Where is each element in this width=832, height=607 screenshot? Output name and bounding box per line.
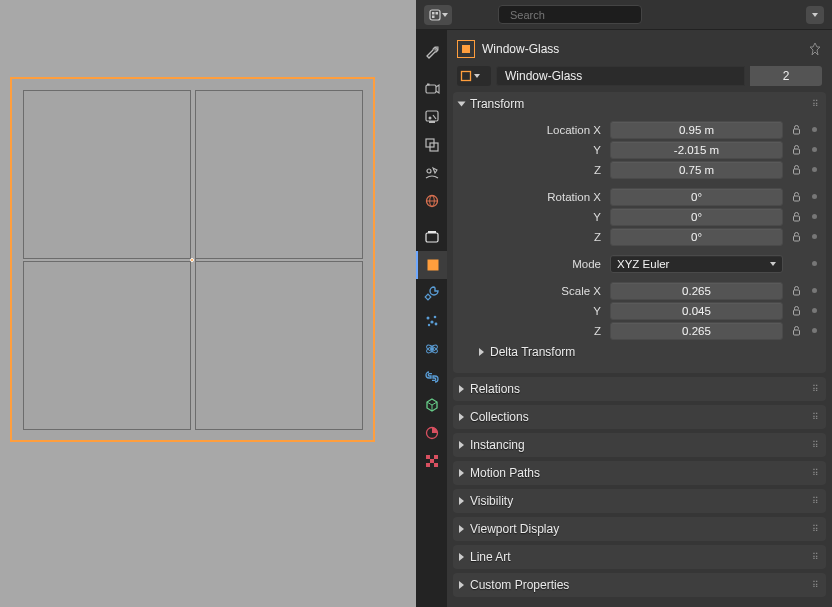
svg-rect-42 [793,216,799,221]
panel-menu-icon[interactable]: ⠿ [812,552,820,562]
tab-modifier[interactable] [416,279,447,307]
tab-output[interactable] [416,103,447,131]
tab-texture[interactable] [416,447,447,475]
lock-icon[interactable] [788,164,804,175]
datablock-users[interactable]: 2 [750,66,822,86]
tab-object[interactable] [416,251,447,279]
anim-dot[interactable] [812,167,817,172]
svg-point-22 [426,317,429,320]
collection-icon [424,229,440,245]
tab-render[interactable] [416,75,447,103]
panel-lineart-header[interactable]: Line Art ⠿ [453,545,826,569]
rotation-mode-dropdown[interactable]: XYZ Euler [610,255,783,273]
anim-dot[interactable] [812,261,817,266]
svg-rect-2 [435,12,438,15]
scale-x-value[interactable]: 0.265 [610,282,783,300]
panel-transform-header[interactable]: Transform ⠿ [453,92,826,116]
lock-icon[interactable] [788,191,804,202]
tab-collection[interactable] [416,223,447,251]
scene-icon [424,165,440,181]
tab-scene[interactable] [416,159,447,187]
panel-custom-properties-header[interactable]: Custom Properties ⠿ [453,573,826,597]
lock-icon[interactable] [788,124,804,135]
particle-icon [424,313,440,329]
tab-physics[interactable] [416,335,447,363]
search-input-wrap[interactable] [498,5,642,24]
anim-dot[interactable] [812,288,817,293]
panel-relations-header[interactable]: Relations ⠿ [453,377,826,401]
anim-dot[interactable] [812,308,817,313]
panel-motion-paths-header[interactable]: Motion Paths ⠿ [453,461,826,485]
tab-material[interactable] [416,419,447,447]
disclosure-triangle-icon [459,413,464,421]
tab-data[interactable] [416,391,447,419]
disclosure-triangle-icon [459,525,464,533]
panel-viewport-display-header[interactable]: Viewport Display ⠿ [453,517,826,541]
viewport-3d[interactable] [0,0,416,607]
properties-icon [429,9,441,21]
location-y-value[interactable]: -2.015 m [610,141,783,159]
editor-type-dropdown[interactable] [424,5,452,25]
panel-menu-icon[interactable]: ⠿ [812,440,820,450]
svg-rect-8 [427,84,430,86]
panel-menu-icon[interactable]: ⠿ [812,384,820,394]
rotation-x-value[interactable]: 0° [610,188,783,206]
panel-visibility: Visibility ⠿ [453,489,826,513]
panel-menu-icon[interactable]: ⠿ [812,524,820,534]
lock-icon[interactable] [788,211,804,222]
panel-menu-icon[interactable]: ⠿ [812,580,820,590]
delta-transform-header[interactable]: Delta Transform [459,341,820,363]
search-input[interactable] [510,9,648,21]
tab-viewlayer[interactable] [416,131,447,159]
anim-dot[interactable] [812,234,817,239]
panel-instancing-header[interactable]: Instancing ⠿ [453,433,826,457]
lock-icon[interactable] [788,231,804,242]
rotation-y-value[interactable]: 0° [610,208,783,226]
location-z-row: Z 0.75 m [459,160,820,179]
anim-dot[interactable] [812,214,817,219]
anim-dot[interactable] [812,147,817,152]
panel-visibility-header[interactable]: Visibility ⠿ [453,489,826,513]
location-z-value[interactable]: 0.75 m [610,161,783,179]
panel-collections-header[interactable]: Collections ⠿ [453,405,826,429]
datablock-icon-dropdown[interactable] [457,66,491,86]
tab-constraint[interactable] [416,363,447,391]
anim-dot[interactable] [812,194,817,199]
scale-y-row: Y 0.045 [459,301,820,320]
lock-icon[interactable] [788,305,804,316]
panel-menu-icon[interactable]: ⠿ [812,468,820,478]
tab-world[interactable] [416,187,447,215]
label: Y [459,211,605,223]
chevron-down-icon [770,262,776,266]
mesh-data-icon [424,397,440,413]
rotation-z-value[interactable]: 0° [610,228,783,246]
lock-icon[interactable] [788,144,804,155]
anim-dot[interactable] [812,328,817,333]
tab-tool[interactable] [416,39,447,67]
disclosure-triangle-icon [459,497,464,505]
scale-z-value[interactable]: 0.265 [610,322,783,340]
object-icon [460,70,472,82]
lock-icon[interactable] [788,285,804,296]
anim-dot[interactable] [812,127,817,132]
panel-title: Collections [470,410,529,424]
scale-y-value[interactable]: 0.045 [610,302,783,320]
panel-menu-icon[interactable]: ⠿ [812,99,820,109]
location-x-value[interactable]: 0.95 m [610,121,783,139]
panel-menu-icon[interactable]: ⠿ [812,412,820,422]
pin-icon[interactable] [808,42,822,56]
datablock-name-field[interactable]: Window-Glass [496,66,745,86]
properties-editor: Window-Glass Window-Glass 2 Transform ⠿ [416,0,832,607]
physics-icon [424,341,440,357]
panel-title: Line Art [470,550,511,564]
chevron-down-icon [442,13,448,17]
tab-particle[interactable] [416,307,447,335]
constraint-icon [424,369,440,385]
lock-icon[interactable] [788,325,804,336]
breadcrumb-object-name: Window-Glass [482,42,559,56]
label: Scale X [459,285,605,297]
panel-transform: Transform ⠿ Location X 0.95 m Y -2.015 m [453,92,826,373]
panel-menu-icon[interactable]: ⠿ [812,496,820,506]
options-dropdown[interactable] [806,6,824,24]
properties-header [416,0,832,30]
